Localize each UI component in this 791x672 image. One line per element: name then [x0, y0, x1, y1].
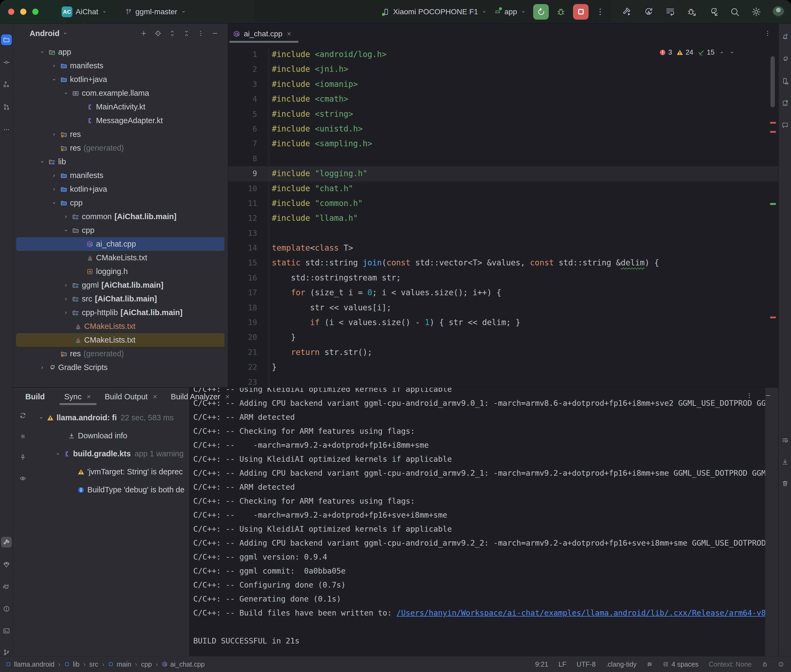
context-widget[interactable]: Context: None — [709, 661, 752, 668]
tree-item-kotlin-java[interactable]: kotlin+java — [16, 182, 225, 196]
notifications-button[interactable] — [780, 32, 790, 42]
build-tree-item[interactable]: Download info — [35, 427, 188, 445]
build-tab-build-output[interactable]: Build Output — [98, 388, 164, 405]
gradle-tool-button[interactable] — [780, 54, 790, 64]
breadcrumb-cpp[interactable]: cpp — [141, 661, 152, 668]
filter-view-icon[interactable] — [19, 475, 26, 482]
build-project-icon[interactable] — [622, 7, 632, 17]
tree-item-cpp[interactable]: cpp — [16, 196, 225, 210]
tree-item-src[interactable]: src[AiChat.lib.main] — [16, 292, 225, 306]
pin-panel-icon[interactable] — [19, 454, 26, 461]
more-tool-windows-button[interactable] — [1, 124, 12, 135]
editor-tab-ai-chat-cpp[interactable]: ai_chat.cpp — [228, 24, 300, 44]
search-everywhere-icon[interactable] — [730, 7, 740, 17]
caret-position[interactable]: 9:21 — [535, 661, 548, 668]
chevron-down-icon[interactable] — [62, 30, 68, 36]
project-view-selector[interactable]: Android — [30, 29, 59, 38]
tree-item-logging-h[interactable]: logging.h — [16, 265, 225, 278]
code-editor[interactable]: 1#include <android/log.h>2#include <jni.… — [228, 44, 778, 387]
breadcrumb-src[interactable]: src — [89, 661, 98, 668]
logcat-tool-button[interactable] — [1, 581, 12, 592]
lock-icon[interactable] — [762, 661, 768, 667]
debug-app-button[interactable] — [556, 7, 566, 17]
build-output-path-link[interactable]: /Users/hanyin/Workspace/ai-chat/examples… — [396, 608, 765, 618]
close-tab-icon[interactable] — [152, 394, 158, 400]
pull-requests-tool-button[interactable] — [1, 102, 12, 112]
user-avatar[interactable] — [773, 6, 784, 18]
compile-changes-icon[interactable] — [665, 7, 675, 17]
build-console[interactable]: C/C++: -- Using KleidiAI optimized kerne… — [189, 388, 765, 656]
locate-file-icon[interactable] — [154, 30, 162, 37]
stripe-mark-green[interactable] — [770, 203, 776, 205]
tree-item-res[interactable]: res(generated) — [16, 141, 225, 155]
tree-item-com-example-llama[interactable]: com.example.llama — [16, 86, 225, 100]
tree-item-cmakelists-txt[interactable]: CMakeLists.txt — [16, 320, 225, 333]
breadcrumb-ai-chat-cpp[interactable]: ai_chat.cpp — [162, 661, 205, 668]
code-style-icon[interactable] — [647, 661, 653, 667]
tree-item-app[interactable]: app — [16, 45, 225, 59]
build-tab-build-analyzer[interactable]: Build Analyzer — [164, 388, 237, 405]
close-window-button[interactable] — [8, 9, 14, 15]
minimize-window-button[interactable] — [20, 9, 26, 15]
tree-item-cpp[interactable]: cpp — [16, 224, 225, 237]
tree-item-manifests[interactable]: manifests — [16, 169, 225, 182]
tree-item-mainactivity-kt[interactable]: MainActivity.kt — [16, 100, 225, 114]
gradle-sync-icon[interactable] — [708, 7, 718, 17]
build-panel-options-icon[interactable] — [746, 392, 753, 399]
indent-widget[interactable]: 4 spaces — [663, 661, 698, 668]
version-control-tool-button[interactable] — [1, 647, 12, 658]
tree-item-cpp-httplib[interactable]: cpp-httplib[AiChat.lib.main] — [16, 306, 225, 320]
soft-wrap-button[interactable] — [780, 436, 790, 445]
project-tool-button[interactable] — [1, 34, 12, 45]
clear-output-button[interactable] — [780, 478, 790, 488]
gemini-chat-button[interactable] — [780, 120, 790, 130]
editor-options-icon[interactable] — [764, 30, 771, 37]
app-quality-insights-button[interactable] — [1, 559, 12, 570]
breadcrumb-main[interactable]: main — [108, 661, 131, 668]
build-tree-item[interactable]: build.gradle.ktsapp 1 warning — [35, 445, 188, 463]
hide-build-panel-icon[interactable] — [765, 392, 772, 399]
clang-tidy-widget[interactable]: .clang-tidy — [606, 661, 637, 668]
tree-item-manifests[interactable]: manifests — [16, 59, 225, 73]
run-configuration-selector[interactable]: app — [494, 8, 526, 16]
error-stripe-mark[interactable] — [770, 131, 776, 133]
commit-tool-button[interactable] — [1, 57, 12, 68]
rerun-app-button[interactable] — [533, 4, 549, 20]
scroll-to-end-button[interactable] — [780, 457, 790, 467]
tree-item-res[interactable]: res(generated) — [16, 347, 225, 361]
close-tab-icon[interactable] — [86, 394, 92, 400]
tree-item-lib[interactable]: lib — [16, 155, 225, 169]
tree-item-common[interactable]: common[AiChat.lib.main] — [16, 210, 225, 224]
tree-item-kotlin-java[interactable]: kotlin+java — [16, 73, 225, 86]
build-tree-item[interactable]: llama.android: fi22 sec, 583 ms — [35, 409, 188, 427]
editor-scrollbar-thumb[interactable] — [770, 56, 775, 107]
error-stripe-mark[interactable] — [770, 122, 776, 124]
device-manager-button[interactable] — [780, 76, 790, 86]
tree-item-cmakelists-txt[interactable]: CMakeLists.txt — [16, 251, 225, 265]
problems-tool-button[interactable] — [1, 603, 12, 614]
device-selector[interactable]: Xiaomi POCOPHONE F1 — [383, 8, 487, 16]
refresh-build-icon[interactable] — [19, 412, 26, 419]
build-tree-item[interactable]: 'jvmTarget: String' is deprec — [35, 463, 188, 481]
inspections-widget[interactable]: 3 24 15 — [659, 48, 735, 56]
tree-item-ggml[interactable]: ggml[AiChat.lib.main] — [16, 278, 225, 292]
structure-tool-button[interactable] — [1, 79, 12, 90]
error-stripe-mark[interactable] — [770, 317, 776, 318]
build-tree-item[interactable]: BuildType 'debug' is both de — [35, 481, 188, 499]
line-ending[interactable]: LF — [558, 661, 566, 668]
hide-panel-icon[interactable] — [212, 30, 218, 37]
next-problem-icon[interactable] — [729, 50, 735, 55]
more-run-options-icon[interactable] — [595, 7, 605, 16]
tree-item-ai-chat-cpp[interactable]: ai_chat.cpp — [16, 237, 225, 251]
tree-item-gradle-scripts[interactable]: Gradle Scripts — [16, 361, 225, 374]
collapse-all-icon[interactable] — [183, 30, 190, 37]
build-tool-button[interactable] — [1, 537, 12, 547]
tree-item-res[interactable]: res — [16, 128, 225, 141]
file-encoding[interactable]: UTF-8 — [576, 661, 595, 668]
stop-build-icon[interactable] — [19, 433, 26, 440]
zoom-window-button[interactable] — [32, 9, 39, 15]
terminal-tool-button[interactable] — [1, 626, 12, 636]
close-tab-icon[interactable] — [286, 31, 292, 37]
breadcrumb-lib[interactable]: lib — [64, 661, 79, 668]
add-icon[interactable] — [140, 30, 147, 37]
